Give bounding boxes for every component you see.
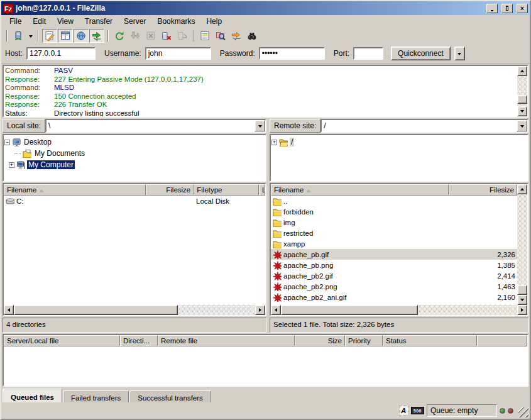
remote-file-row[interactable]: apache_pb2.gif 2,414 — [271, 270, 517, 281]
remote-file-row-selected[interactable]: apache_pb.gif 2,326 — [271, 249, 517, 260]
expand-icon[interactable]: + — [271, 140, 277, 145]
column-header-direction[interactable]: Directi... — [120, 335, 158, 346]
maximize-button[interactable] — [501, 4, 513, 13]
toggle-message-log-button[interactable] — [42, 29, 57, 43]
tree-item-my-documents[interactable]: My Documents — [4, 148, 265, 159]
column-header-filesize[interactable]: Filesize — [449, 184, 517, 196]
port-input[interactable] — [353, 47, 383, 60]
remote-file-row[interactable]: forbidden — [271, 206, 517, 217]
resize-grip[interactable] — [518, 407, 528, 417]
scroll-down-button[interactable] — [517, 295, 527, 305]
collapse-icon[interactable]: − — [4, 140, 10, 145]
tab-successful-transfers[interactable]: Successful transfers — [129, 390, 211, 402]
disk-drive-icon — [6, 197, 14, 206]
remote-file-row[interactable]: apache_pb2_ani.gif 2,160 — [271, 292, 517, 302]
scroll-right-button[interactable] — [517, 305, 527, 315]
column-header-remote-file[interactable]: Remote file — [158, 335, 295, 346]
title-bar[interactable]: Fz john@127.0.0.1 - FileZilla × — [1, 1, 530, 15]
remote-site-dropdown-button[interactable] — [517, 120, 527, 131]
tree-item-desktop[interactable]: − Desktop — [4, 136, 265, 148]
quickconnect-dropdown-button[interactable] — [454, 47, 465, 60]
remote-vertical-scrollbar[interactable] — [517, 184, 527, 305]
tree-item-my-computer[interactable]: + My Computer — [4, 159, 265, 170]
quickconnect-button[interactable]: Quickconnect — [391, 47, 451, 60]
port-label: Port: — [334, 49, 349, 58]
tree-item-root[interactable]: + / — [271, 136, 527, 148]
scroll-left-button[interactable] — [271, 305, 281, 315]
site-manager-button[interactable] — [11, 29, 26, 43]
local-site-dropdown-button[interactable] — [255, 120, 265, 131]
minimize-button[interactable] — [486, 4, 498, 13]
menu-edit[interactable]: Edit — [27, 16, 52, 27]
scrollbar-thumb[interactable] — [517, 285, 527, 295]
synchronized-browsing-button[interactable] — [229, 29, 244, 43]
menu-server[interactable]: Server — [118, 16, 151, 27]
scrollbar-thumb[interactable] — [517, 95, 527, 104]
remote-horizontal-scrollbar[interactable] — [271, 305, 527, 315]
remote-file-row[interactable]: .. — [271, 196, 517, 206]
scroll-left-button[interactable] — [4, 305, 14, 315]
local-tree-icon — [60, 31, 70, 41]
log-scrollbar[interactable] — [517, 66, 527, 116]
expand-icon[interactable]: + — [9, 162, 14, 168]
column-header-status[interactable]: Status — [383, 335, 477, 346]
speed-limits-icon[interactable]: 500 — [411, 407, 424, 414]
main-panes: Local site: \ − Desktop My Documents — [1, 118, 530, 334]
column-header-filename[interactable]: Filename — [4, 184, 146, 196]
remote-file-row[interactable]: xampp — [271, 238, 517, 249]
my-documents-icon — [23, 149, 31, 158]
local-horizontal-scrollbar[interactable] — [4, 305, 265, 315]
toggle-transfer-queue-button[interactable] — [89, 29, 104, 43]
column-header-server-local-file[interactable]: Server/Local file — [4, 335, 120, 346]
scrollbar-thumb[interactable] — [14, 305, 178, 315]
scroll-down-button[interactable] — [517, 106, 527, 116]
menu-view[interactable]: View — [52, 16, 79, 27]
scroll-right-button[interactable] — [255, 305, 265, 315]
column-header-filename[interactable]: Filename — [271, 184, 449, 196]
host-input[interactable] — [26, 47, 96, 60]
column-header-filesize[interactable]: Filesize — [146, 184, 194, 196]
menu-bookmarks[interactable]: Bookmarks — [151, 16, 200, 27]
column-header-last-modified[interactable]: L — [259, 184, 265, 196]
column-header-priority[interactable]: Priority — [345, 335, 383, 346]
remote-site-combo[interactable]: / — [320, 119, 528, 133]
toolbar-separator — [38, 30, 39, 41]
directory-comparison-button[interactable] — [213, 29, 228, 43]
remote-file-row[interactable]: restricted — [271, 228, 517, 238]
column-header-filetype[interactable]: Filetype — [194, 184, 259, 196]
refresh-button[interactable] — [112, 29, 127, 43]
local-file-row[interactable]: C: Local Disk — [4, 196, 265, 206]
tab-queued-files[interactable]: Queued files — [3, 389, 62, 402]
toggle-remote-tree-button[interactable] — [74, 29, 89, 43]
scroll-up-button[interactable] — [517, 184, 527, 194]
arrow-right-icon — [521, 308, 525, 312]
local-site-combo[interactable]: \ — [45, 119, 266, 133]
desktop-icon — [12, 138, 21, 146]
transfer-queue-icon — [92, 31, 102, 41]
local-site-value[interactable]: \ — [47, 120, 255, 131]
username-input[interactable] — [145, 47, 211, 60]
filezilla-logo-icon: Fz — [3, 4, 13, 13]
scrollbar-thumb[interactable] — [281, 305, 418, 315]
disconnect-button[interactable] — [159, 29, 174, 43]
close-icon: × — [520, 5, 524, 12]
scroll-up-button[interactable] — [517, 66, 527, 76]
password-input[interactable] — [259, 47, 325, 60]
menu-file[interactable]: File — [4, 16, 27, 27]
directory-listing-filters-button[interactable] — [197, 29, 212, 43]
column-header-size[interactable]: Size — [295, 335, 345, 346]
close-button[interactable]: × — [517, 4, 528, 13]
menu-transfer[interactable]: Transfer — [79, 16, 118, 27]
transfer-type-indicator-icon[interactable]: A — [399, 406, 408, 416]
remote-file-row[interactable]: apache_pb2.png 1,463 — [271, 281, 517, 292]
remote-file-row[interactable]: apache_pb.png 1,385 — [271, 260, 517, 270]
find-files-button[interactable] — [244, 29, 260, 43]
remote-site-value[interactable]: / — [322, 120, 517, 131]
site-manager-dropdown-button[interactable] — [26, 29, 35, 43]
remote-file-row[interactable]: img — [271, 217, 517, 228]
menu-help[interactable]: Help — [200, 16, 227, 27]
process-queue-icon — [130, 31, 140, 41]
toggle-local-tree-button[interactable] — [58, 29, 73, 43]
folder-icon — [273, 229, 282, 238]
tab-failed-transfers[interactable]: Failed transfers — [63, 390, 129, 402]
